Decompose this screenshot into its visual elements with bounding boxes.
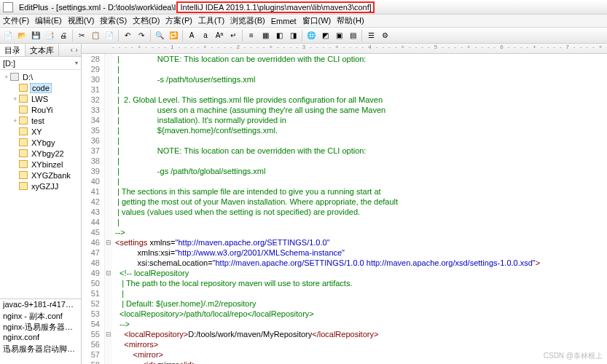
file-3[interactable]: nginx.conf <box>0 332 81 343</box>
line-40[interactable]: 40 | <box>82 176 607 186</box>
find-button[interactable]: 🔍 <box>153 29 166 42</box>
tree-node-D:\[interactable]: +D:\ <box>0 71 81 82</box>
line-28[interactable]: 28 | NOTE: This location can be overridd… <box>82 54 607 64</box>
tab-directory[interactable]: 目录 <box>0 44 26 56</box>
line-49[interactable]: 49⊟ <!-- localRepository <box>82 268 607 278</box>
line-39[interactable]: 39 | -gs /path/to/global/settings.xml <box>82 166 607 176</box>
line-34[interactable]: 34 | installation). It's normally provid… <box>82 115 607 125</box>
line-33[interactable]: 33 | users on a machine (assuming they'r… <box>82 105 607 115</box>
line-46[interactable]: 46⊟<settings xmlns="http://maven.apache.… <box>82 237 607 248</box>
t3-button[interactable]: ▣ <box>332 29 345 42</box>
tree-node-xyGZJJ[interactable]: xyGZJJ <box>0 181 81 191</box>
menu-5[interactable]: 方案(P) <box>165 15 192 26</box>
menu-9[interactable]: 窗口(W) <box>302 15 332 26</box>
folder-tree: +D:\ code+LWS RouYi+test XY XYbgy XYbgy2… <box>0 70 81 298</box>
toolbar: 📄📂💾📑🖨✂📋📄↶↷🔍🔁AaAª↵≡▦◧◨🌐◩▣▤☰⚙ <box>0 28 607 44</box>
line-57[interactable]: 57 <mirror> <box>82 349 607 360</box>
line-31[interactable]: 31 | <box>82 84 607 95</box>
menu-0[interactable]: 文件(F) <box>3 15 29 26</box>
t1-button[interactable]: 🌐 <box>305 29 318 42</box>
tree-node-XYbgy[interactable]: XYbgy <box>0 137 81 148</box>
editor: ----+----1----+----2----+----3----+----4… <box>82 44 607 364</box>
menu-2[interactable]: 视图(V) <box>68 15 95 26</box>
a3-button[interactable]: Aª <box>213 29 226 42</box>
line-54[interactable]: 54 --> <box>82 319 607 329</box>
line-55[interactable]: 55⊟ <localRepository>D:/tools/work/maven… <box>82 329 607 339</box>
file-1[interactable]: nginx - 副本.conf <box>0 310 81 321</box>
menu-4[interactable]: 文档(D) <box>133 15 160 26</box>
undo-button[interactable]: ↶ <box>121 29 134 42</box>
line-45[interactable]: 45 --> <box>82 227 607 237</box>
line-47[interactable]: 47 xmlns:xsi="http://www.w3.org/2001/XML… <box>82 248 607 258</box>
file-0[interactable]: javac-9+181-r4173-1.jar <box>0 299 81 310</box>
menu-10[interactable]: 帮助(H) <box>337 15 364 26</box>
tree-node-XYGZbank[interactable]: XYGZbank <box>0 170 81 181</box>
a2-button[interactable]: a <box>199 29 212 42</box>
file-4[interactable]: 迅易服务器启动脚本.vbs <box>0 343 81 354</box>
tree-node-test[interactable]: +test <box>0 115 81 126</box>
menu-8[interactable]: Emmet <box>271 17 297 25</box>
line-38[interactable]: 38 | <box>82 156 607 166</box>
line-53[interactable]: 53 <localRepository>/path/to/local/repo<… <box>82 309 607 319</box>
line-29[interactable]: 29 | <box>82 64 607 74</box>
paste-button[interactable]: 📄 <box>103 29 116 42</box>
line-50[interactable]: 50 | The path to the local repository ma… <box>82 278 607 288</box>
title-highlight: IntelliJ IDEA 2019.1.1\plugins\maven\lib… <box>176 1 375 13</box>
line-37[interactable]: 37 | NOTE: This location can be overridd… <box>82 146 607 156</box>
line-43[interactable]: 43 | values (values used when the settin… <box>82 207 607 217</box>
tree-node-XYbinzel[interactable]: XYbinzel <box>0 159 81 170</box>
tree-node-RouYi[interactable]: RouYi <box>0 104 81 115</box>
tab-textlib[interactable]: 文本库 <box>26 44 59 56</box>
ww-button[interactable]: ↵ <box>227 29 240 42</box>
g1-button[interactable]: ☰ <box>364 29 377 42</box>
open-button[interactable]: 📂 <box>15 29 28 42</box>
b4-button[interactable]: ◨ <box>286 29 299 42</box>
replace-button[interactable]: 🔁 <box>167 29 180 42</box>
b2-button[interactable]: ▦ <box>259 29 272 42</box>
t2-button[interactable]: ◩ <box>318 29 332 42</box>
copy-button[interactable]: 📋 <box>89 29 102 42</box>
app-icon <box>3 2 13 12</box>
file-list: javac-9+181-r4173-1.jarnginx - 副本.confng… <box>0 298 81 364</box>
cut-button[interactable]: ✂ <box>75 29 88 42</box>
g2-button[interactable]: ⚙ <box>378 29 391 42</box>
line-52[interactable]: 52 | Default: ${user.home}/.m2/repositor… <box>82 298 607 309</box>
drive-selector[interactable]: [D:] <box>0 57 81 70</box>
redo-button[interactable]: ↷ <box>135 29 148 42</box>
line-44[interactable]: 44 | <box>82 217 607 227</box>
print-button[interactable]: 🖨 <box>57 29 70 42</box>
title-pre: - [settings.xml - D:\tools\work\idea\I <box>48 3 176 12</box>
sidebar-tabs: 目录 文本库 ‹ › <box>0 44 81 57</box>
line-58[interactable]: 58 <id>mirror</id> <box>82 360 607 364</box>
line-48[interactable]: 48 xsi:schemaLocation="http://maven.apac… <box>82 258 607 268</box>
line-30[interactable]: 30 | -s /path/to/user/settings.xml <box>82 74 607 84</box>
b3-button[interactable]: ◧ <box>273 29 286 42</box>
line-35[interactable]: 35 | ${maven.home}/conf/settings.xml. <box>82 125 607 135</box>
line-41[interactable]: 41 | The sections in this sample file ar… <box>82 186 607 197</box>
line-32[interactable]: 32 | 2. Global Level. This settings.xml … <box>82 95 607 105</box>
tree-node-XYbgy22[interactable]: XYbgy22 <box>0 148 81 159</box>
drive-label: [D:] <box>3 59 15 68</box>
line-56[interactable]: 56 <mirrors> <box>82 339 607 349</box>
titlebar: EditPlus - [settings.xml - D:\tools\work… <box>0 0 607 15</box>
line-51[interactable]: 51 | <box>82 288 607 298</box>
new-button[interactable]: 📄 <box>1 29 15 42</box>
save-button[interactable]: 💾 <box>29 29 42 42</box>
b1-button[interactable]: ≡ <box>245 29 258 42</box>
sidebar-menu-icon[interactable]: ‹ › <box>68 44 81 56</box>
menu-1[interactable]: 编辑(E) <box>35 15 62 26</box>
line-42[interactable]: 42 | getting the most out of your Maven … <box>82 197 607 207</box>
menubar: 文件(F)编辑(E)视图(V)搜索(S)文档(D)方案(P)工具(T)浏览器(B… <box>0 15 607 28</box>
menu-7[interactable]: 浏览器(B) <box>230 15 265 26</box>
file-2[interactable]: nginx-迅易服务器备份1020 <box>0 321 81 332</box>
tree-node-code[interactable]: code <box>0 82 81 93</box>
t4-button[interactable]: ▤ <box>346 29 359 42</box>
saveall-button[interactable]: 📑 <box>43 29 56 42</box>
menu-6[interactable]: 工具(T) <box>198 15 224 26</box>
line-36[interactable]: 36 | <box>82 135 607 146</box>
a1-button[interactable]: A <box>185 29 198 42</box>
tree-node-LWS[interactable]: +LWS <box>0 93 81 104</box>
tree-node-XY[interactable]: XY <box>0 126 81 137</box>
menu-3[interactable]: 搜索(S) <box>100 15 127 26</box>
code-area[interactable]: 28 | NOTE: This location can be overridd… <box>82 54 607 364</box>
